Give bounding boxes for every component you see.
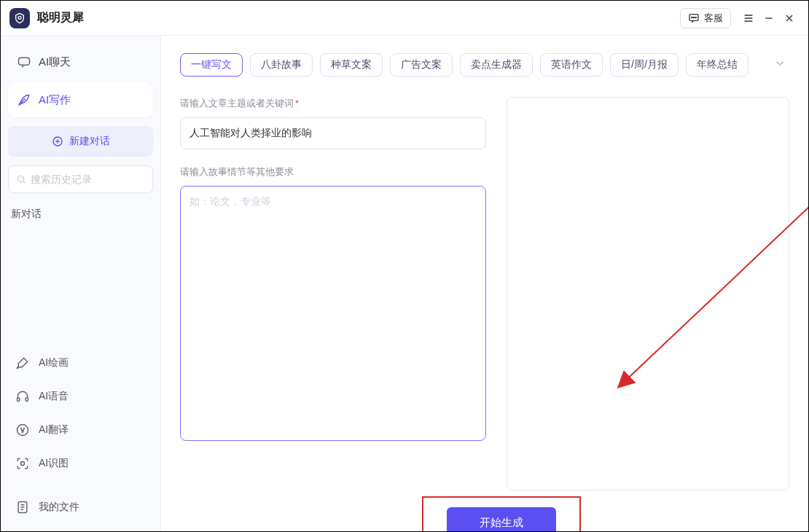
search-input[interactable] [31,173,145,185]
details-textarea[interactable] [180,186,486,441]
sidebar-tool-files[interactable]: 我的文件 [8,490,153,524]
new-chat-button[interactable]: 新建对话 [8,126,153,157]
sidebar-tool-label: AI绘画 [39,356,69,369]
sidebar-tool-label: 我的文件 [39,501,79,514]
template-chips: 一键写文 八卦故事 种草文案 广告文案 卖点生成器 英语作文 日/周/月报 年终… [180,53,789,77]
app-title: 聪明灵犀 [37,10,84,26]
search-icon [16,173,26,185]
image-scan-icon [15,456,30,471]
sidebar-tool-image[interactable]: AI识图 [8,447,153,480]
close-icon [783,12,795,24]
chip-oneclick[interactable]: 一键写文 [180,53,243,77]
sidebar-tool-label: AI识图 [39,457,69,470]
chat-bubble-icon [688,12,700,24]
sidebar-tool-voice[interactable]: AI语音 [8,380,153,413]
svg-rect-8 [17,398,20,402]
menu-button[interactable] [738,8,759,28]
svg-point-4 [695,17,696,17]
topic-input[interactable] [180,117,486,149]
chip-seeding[interactable]: 种草文案 [320,53,383,77]
sidebar-item-chat[interactable]: AI聊天 [8,44,153,79]
title-bar: 聪明灵犀 客服 [1,1,808,36]
sidebar: AI聊天 AI写作 新建对话 新对话 AI绘画 AI语音 AI翻译 [1,36,161,531]
file-icon [15,500,30,515]
history-item-title: 新对话 [11,208,42,219]
translate-icon [15,423,30,437]
sidebar-tool-translate[interactable]: AI翻译 [8,413,153,447]
svg-point-3 [693,17,694,17]
chip-english[interactable]: 英语作文 [540,53,603,77]
svg-point-11 [21,462,25,466]
chip-sellingpoint[interactable]: 卖点生成器 [460,53,533,77]
topic-label: 请输入文章主题或者关键词* [180,97,486,110]
plus-circle-icon [52,136,63,147]
sidebar-item-label: AI聊天 [39,55,71,69]
minimize-icon [763,12,775,24]
minimize-button[interactable] [759,8,779,28]
sidebar-tool-label: AI翻译 [39,423,69,437]
new-chat-label: 新建对话 [69,135,110,148]
chat-icon [17,55,31,69]
app-logo-icon [9,8,30,28]
output-panel [507,97,789,490]
headphone-icon [15,389,30,404]
sidebar-item-label: AI写作 [39,93,71,107]
chip-report[interactable]: 日/周/月报 [610,53,679,77]
main-area: 一键写文 八卦故事 种草文案 广告文案 卖点生成器 英语作文 日/周/月报 年终… [161,36,808,531]
chevron-down-icon [773,57,786,70]
details-label: 请输入故事情节等其他要求 [180,165,486,179]
svg-point-0 [18,16,21,19]
customer-service-button[interactable]: 客服 [680,8,731,28]
search-history[interactable] [8,165,153,193]
svg-point-2 [692,17,692,17]
customer-service-label: 客服 [704,12,723,25]
svg-point-7 [17,176,23,181]
svg-rect-9 [26,398,28,402]
chip-gossip[interactable]: 八卦故事 [250,53,313,77]
svg-rect-5 [19,58,30,65]
history-item[interactable]: 新对话 [8,202,153,227]
chip-ad[interactable]: 广告文案 [390,53,453,77]
hamburger-icon [743,12,754,24]
annotation-box: 开始生成 [422,496,581,532]
brush-icon [15,356,30,370]
sidebar-tool-draw[interactable]: AI绘画 [8,346,153,380]
chip-yearend[interactable]: 年终总结 [686,53,749,77]
close-button[interactable] [779,8,800,28]
generate-button[interactable]: 开始生成 [447,507,556,532]
sidebar-item-writing[interactable]: AI写作 [8,82,153,117]
sidebar-tool-label: AI语音 [39,390,69,403]
chips-expand[interactable] [770,54,789,76]
feather-icon [17,93,31,107]
